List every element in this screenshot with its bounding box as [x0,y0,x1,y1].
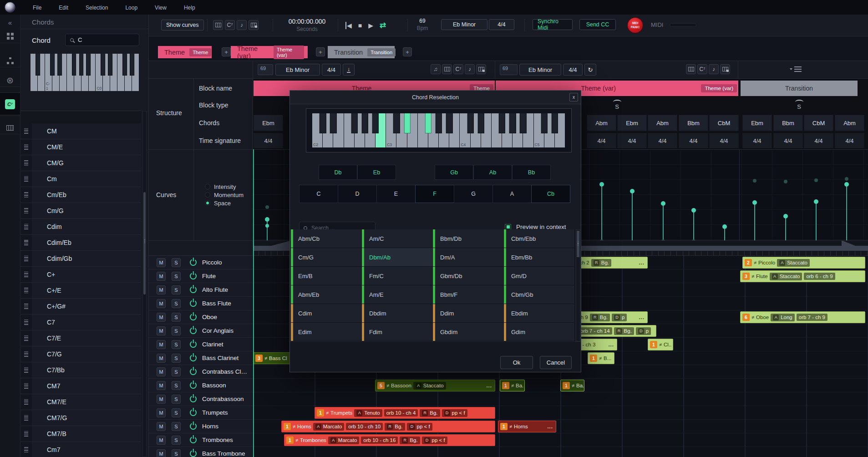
black-key[interactable] [520,113,526,133]
solo-button[interactable]: S [172,326,181,335]
drag-handle[interactable] [20,315,32,330]
drag-handle[interactable] [20,171,32,187]
clip[interactable]: 1≠Cl.. [648,339,673,350]
chord-cell[interactable]: Ebm [617,115,647,131]
black-key[interactable] [351,113,357,133]
add-block-button[interactable]: + [316,47,325,56]
mute-button[interactable]: M [157,340,166,349]
download-icon[interactable]: ↓ [343,64,355,76]
chord-list-item[interactable]: CM/E [20,139,141,155]
chord-option[interactable]: Fdim [362,323,432,341]
drag-handle[interactable] [20,330,32,346]
tab-theme[interactable]: ThemeTheme [158,46,212,58]
chord-list-item[interactable]: CM [20,123,141,139]
playhead[interactable] [253,149,254,457]
loop-button[interactable]: ⇄ [380,20,386,30]
menu-edit[interactable]: Edit [59,5,68,11]
track-power-icon[interactable] [190,355,197,361]
chord-cell[interactable]: Abm [648,115,677,131]
clip[interactable]: ch 9RBg.Dp... [576,311,648,323]
block2-bpm-field[interactable]: 69 [500,64,518,75]
chord-option[interactable]: Abm/Cb [291,229,361,248]
note-icon[interactable]: ♪ [465,64,475,74]
black-key[interactable] [108,54,112,76]
chord-option[interactable]: Abm/Eb [291,285,361,304]
drag-handle[interactable] [20,410,32,426]
clip[interactable]: 3 - ch 3... [576,339,617,350]
show-curves-button[interactable]: Show curves [161,20,204,30]
black-key[interactable] [372,113,379,133]
chord-list-item[interactable]: C+/G# [20,299,141,315]
chord-list-item[interactable]: Cdim/Gb [20,251,141,267]
block2-timesig-button[interactable]: 4/4 [563,64,583,76]
drag-handle[interactable] [20,442,32,457]
chord-list-item[interactable]: Cm/G [20,203,141,219]
keyboard-edit-icon[interactable] [249,20,259,30]
timesig-cell[interactable]: 4/4 [617,133,647,148]
black-key[interactable] [499,113,505,133]
chord-cell[interactable]: Abm [835,115,864,131]
track-power-icon[interactable] [190,409,197,416]
mute-button[interactable]: M [157,408,166,417]
black-key[interactable] [86,54,91,76]
clip[interactable]: 1≠Ba. [500,380,525,391]
collapse-icon[interactable]: « [0,15,20,30]
grid-scrollbar[interactable] [576,229,580,341]
chord-list-item[interactable]: C7/E [20,330,141,346]
mute-button[interactable]: M [157,258,166,267]
drag-handle[interactable] [20,283,32,298]
timesig-cell[interactable]: 4/4 [835,133,864,148]
chord-icon[interactable]: C⁷ [225,20,235,30]
solo-button[interactable]: S [172,408,181,417]
note-button-bb[interactable]: Bb [512,165,551,180]
timesig-cell[interactable]: 4/4 [709,133,739,148]
chord-option[interactable]: Em/B [291,267,361,285]
chord-icon[interactable]: C⁷ [453,64,463,74]
chord-option[interactable]: Ddim [433,304,503,322]
black-key[interactable] [393,113,400,133]
block2-key-button[interactable]: Eb Minor [519,64,561,76]
block-key-button[interactable]: Eb Minor [275,64,320,76]
chord-option[interactable]: Ebm/Bb [504,248,574,266]
solo-button[interactable]: S [172,367,181,376]
curve-point[interactable] [722,224,727,229]
black-key[interactable] [50,54,55,76]
black-key[interactable] [436,113,442,133]
piano-icon[interactable] [442,64,452,74]
clip[interactable]: 6≠OboeALongorb 7 - ch 9 [740,311,865,323]
track-power-icon[interactable] [190,300,197,307]
note-icon[interactable]: ♪ [709,64,719,74]
tab-theme-var-[interactable]: Theme (var)Theme (var) [231,46,308,58]
chord-list-scrollbar[interactable] [142,111,147,457]
clip[interactable]: 1≠TrumpetsATenutoorb 10 - ch 4RBg.Dpp < … [315,407,495,419]
black-key[interactable] [552,113,558,133]
chord-search-input[interactable]: C [65,34,139,46]
track-lane[interactable]: 1≠TrumpetsATenutoorb 10 - ch 4RBg.Dpp < … [253,406,868,420]
mute-button[interactable]: M [157,436,166,445]
chord-list-item[interactable]: CM/G [20,155,141,171]
chord-list-item[interactable]: Cm [20,171,141,187]
chord-option[interactable]: Gm/D [504,267,574,285]
mute-button[interactable]: M [157,272,166,281]
black-key[interactable] [79,54,84,76]
chord-cell[interactable]: Ebm [254,115,283,131]
black-key[interactable] [509,113,516,133]
chord-c7-icon[interactable]: C⁷ [0,96,20,112]
menu-selection[interactable]: Selection [86,5,108,11]
track-power-icon[interactable] [190,368,197,375]
chord-cell[interactable]: Ebm [742,115,772,131]
solo-button[interactable]: S [172,299,181,308]
black-key[interactable] [122,54,127,76]
piano-icon[interactable] [686,64,696,74]
note-icon[interactable]: ♪ [237,20,247,30]
clip[interactable]: 1≠TrombonesAMarcatoorb 10 - ch 16RBg.Dpp… [284,434,495,446]
send-cc-button[interactable]: Send CC [579,19,616,30]
track-power-icon[interactable] [190,382,197,389]
chord-list-item[interactable]: CM7/B [20,426,141,442]
chord-option[interactable]: Am/C [362,229,432,248]
chord-option[interactable]: Am/E [362,285,432,304]
tree-icon[interactable] [0,53,20,68]
cancel-button[interactable]: Cancel [540,356,572,369]
track-power-icon[interactable] [190,450,197,457]
chord-list-item[interactable]: Cdim/Eb [20,235,141,251]
